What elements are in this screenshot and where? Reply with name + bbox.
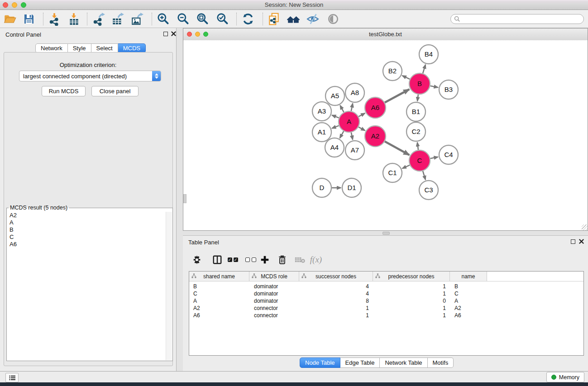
- graph-edge-C-C4[interactable]: [430, 157, 438, 158]
- optimization-criterion-select[interactable]: largest connected component (directed): [19, 71, 161, 81]
- close-panel-icon[interactable]: [171, 31, 176, 36]
- mcds-result-item[interactable]: A6: [7, 241, 166, 248]
- graph-edge-B-B3[interactable]: [430, 86, 438, 87]
- graph-edge-A-A3[interactable]: [332, 115, 339, 118]
- graph-edge-C-C2[interactable]: [417, 143, 418, 150]
- graph-edge-A6-B[interactable]: [385, 89, 409, 102]
- graph-node-A5[interactable]: A5: [325, 86, 344, 105]
- refresh-button[interactable]: [241, 12, 255, 26]
- window-resize-grip[interactable]: [582, 224, 588, 230]
- float-panel-icon[interactable]: [163, 32, 168, 36]
- show-graphics-button[interactable]: [326, 12, 340, 26]
- mcds-result-item[interactable]: C: [7, 234, 166, 241]
- split-view-button[interactable]: [210, 253, 225, 267]
- graph-node-A[interactable]: A: [339, 111, 359, 132]
- search-input[interactable]: [462, 15, 583, 23]
- network-window-titlebar[interactable]: testGlobe.txt: [183, 29, 588, 41]
- tab-node-table[interactable]: Node Table: [300, 357, 340, 368]
- table-row[interactable]: A6connector11A6: [189, 312, 583, 319]
- memory-button[interactable]: Memory: [546, 372, 584, 382]
- delete-column-button[interactable]: [275, 253, 289, 267]
- graph-node-C4[interactable]: C4: [439, 145, 458, 164]
- graph-node-B1[interactable]: B1: [406, 102, 425, 121]
- add-column-button[interactable]: [258, 253, 272, 267]
- graph-node-C1[interactable]: C1: [383, 163, 402, 182]
- import-table-button[interactable]: [67, 12, 81, 26]
- tab-select[interactable]: Select: [91, 43, 118, 53]
- close-panel-icon[interactable]: [579, 239, 584, 244]
- task-history-button[interactable]: [5, 373, 19, 382]
- graph-node-C2[interactable]: C2: [406, 122, 425, 141]
- graph-node-D[interactable]: D: [312, 178, 331, 197]
- column-header-name[interactable]: name: [450, 272, 487, 281]
- zoom-selected-button[interactable]: [216, 12, 229, 26]
- select-all-columns-button[interactable]: ✓ ✓: [225, 253, 240, 267]
- graph-edge-A-A6[interactable]: [359, 113, 365, 116]
- mcds-result-item[interactable]: B: [7, 226, 166, 234]
- graph-node-A8[interactable]: A8: [345, 83, 364, 102]
- column-header-successor-nodes[interactable]: successor nodes: [299, 272, 373, 281]
- mcds-result-item[interactable]: A: [7, 219, 166, 226]
- graph-edge-A-A2[interactable]: [359, 127, 365, 131]
- graph-edge-A-A5[interactable]: [340, 105, 344, 112]
- tab-network[interactable]: Network: [35, 43, 68, 53]
- graph-edge-B-B2[interactable]: [402, 76, 410, 79]
- zoom-in-button[interactable]: [157, 12, 170, 26]
- graph-node-B4[interactable]: B4: [419, 45, 438, 64]
- column-header-mcds-role[interactable]: MCDS role: [249, 272, 299, 281]
- graph-edge-B-B4[interactable]: [423, 65, 425, 73]
- graph-node-D1[interactable]: D1: [342, 178, 361, 197]
- table-settings-button[interactable]: [190, 253, 204, 267]
- graph-node-A2[interactable]: A2: [365, 126, 386, 147]
- save-session-button[interactable]: [22, 12, 36, 26]
- hide-selected-button[interactable]: [306, 12, 320, 26]
- graph-edge-A-A8[interactable]: [351, 104, 353, 111]
- search-field[interactable]: [450, 14, 584, 24]
- graph-node-C3[interactable]: C3: [419, 181, 438, 200]
- graph-node-A6[interactable]: A6: [365, 97, 386, 118]
- graph-node-A1[interactable]: A1: [312, 123, 331, 142]
- export-network-button[interactable]: [92, 12, 105, 26]
- canvas-vertical-scrollbar[interactable]: [183, 194, 186, 203]
- export-table-button[interactable]: [111, 12, 124, 26]
- splitter-grip[interactable]: [382, 232, 390, 235]
- graph-node-A3[interactable]: A3: [312, 102, 331, 121]
- tab-edge-table[interactable]: Edge Table: [340, 357, 380, 368]
- column-header-shared-name[interactable]: shared name: [189, 272, 249, 281]
- mcds-result-item[interactable]: A2: [7, 212, 166, 219]
- graph-node-C[interactable]: C: [409, 150, 430, 171]
- graph-edge-A-A4[interactable]: [340, 131, 344, 138]
- result-scrollbar[interactable]: [166, 212, 172, 360]
- table-row[interactable]: A2connector11A2: [189, 305, 583, 312]
- tab-mcds[interactable]: MCDS: [118, 43, 146, 53]
- graph-node-B3[interactable]: B3: [439, 80, 458, 99]
- graph-edge-A-A1[interactable]: [332, 126, 339, 129]
- export-image-button[interactable]: [130, 12, 144, 26]
- tab-network-table[interactable]: Network Table: [380, 357, 427, 368]
- float-panel-icon[interactable]: [571, 239, 575, 244]
- column-header-predecessor-nodes[interactable]: predecessor nodes: [373, 272, 450, 281]
- table-row[interactable]: Cdominator41C: [189, 290, 583, 297]
- graph-edge-A-A7[interactable]: [351, 133, 353, 140]
- graph-edge-B-B1[interactable]: [417, 95, 418, 101]
- import-network-button[interactable]: [48, 12, 61, 26]
- zoom-fit-button[interactable]: [196, 12, 210, 26]
- zoom-out-button[interactable]: [177, 12, 190, 26]
- graph-node-A7[interactable]: A7: [345, 141, 364, 160]
- graph-edge-A2-C[interactable]: [385, 142, 409, 155]
- table-row[interactable]: Bdominator41B: [189, 283, 583, 290]
- deselect-all-columns-button[interactable]: [244, 253, 258, 267]
- graph-node-A4[interactable]: A4: [325, 138, 344, 157]
- function-builder-button[interactable]: f(x): [309, 253, 323, 267]
- graph-edge-C-C3[interactable]: [423, 171, 425, 180]
- run-mcds-button[interactable]: Run MCDS: [42, 86, 86, 96]
- graph-node-B2[interactable]: B2: [383, 62, 402, 81]
- clone-network-button[interactable]: [268, 12, 281, 26]
- table-row[interactable]: Adominator80A: [189, 297, 583, 305]
- home-button[interactable]: [287, 12, 300, 26]
- delete-table-button[interactable]: [293, 253, 307, 267]
- open-session-button[interactable]: [3, 12, 17, 26]
- tab-style[interactable]: Style: [68, 43, 91, 53]
- close-panel-button[interactable]: Close panel: [91, 86, 139, 96]
- graph-edge-C-C1[interactable]: [402, 165, 410, 168]
